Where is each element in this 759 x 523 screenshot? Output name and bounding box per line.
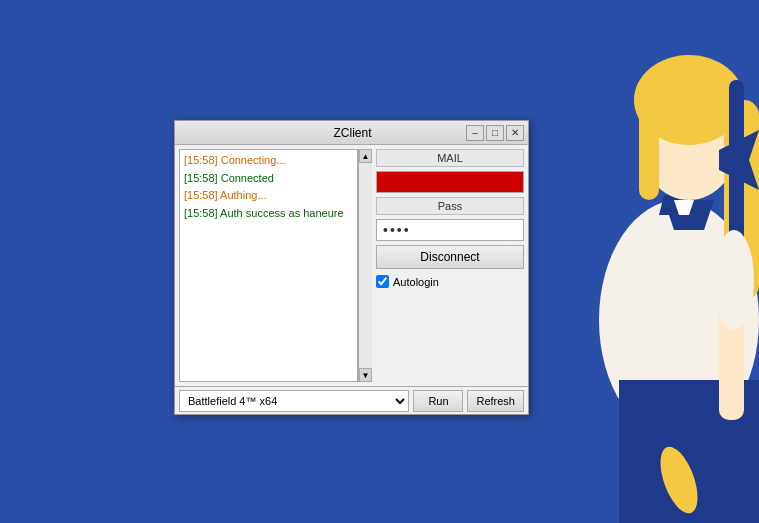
svg-rect-1 <box>619 380 759 523</box>
svg-point-3 <box>639 80 739 200</box>
run-button[interactable]: Run <box>413 390 463 412</box>
svg-point-12 <box>653 442 705 518</box>
svg-rect-7 <box>729 80 744 260</box>
log-scrollbar[interactable]: ▲ ▼ <box>358 149 372 382</box>
bottom-bar: Battlefield 4™ x64 Run Refresh <box>175 386 528 414</box>
autologin-row: Autologin <box>376 273 524 290</box>
log-line-1: [15:58] Connecting... <box>184 152 353 170</box>
scroll-down-button[interactable]: ▼ <box>359 368 372 382</box>
mail-input-redacted[interactable] <box>376 171 524 193</box>
svg-point-13 <box>614 240 654 340</box>
log-line-4: [15:58] Auth success as haneure <box>184 205 353 223</box>
main-window: ZClient – □ ✕ [15:58] Connecting... [15:… <box>174 120 529 415</box>
svg-marker-2 <box>659 195 699 215</box>
disconnect-button[interactable]: Disconnect <box>376 245 524 269</box>
window-title: ZClient <box>239 126 466 140</box>
svg-marker-10 <box>719 130 759 190</box>
svg-rect-6 <box>639 100 659 200</box>
svg-rect-11 <box>719 300 744 420</box>
svg-rect-5 <box>724 100 759 300</box>
log-line-2: [15:58] Connected <box>184 170 353 188</box>
log-line-3: [15:58] Authing... <box>184 187 353 205</box>
scroll-up-button[interactable]: ▲ <box>359 149 372 163</box>
log-panel: [15:58] Connecting... [15:58] Connected … <box>179 149 358 382</box>
window-content: [15:58] Connecting... [15:58] Connected … <box>175 145 528 386</box>
title-bar: ZClient – □ ✕ <box>175 121 528 145</box>
mail-label: MAIL <box>376 149 524 167</box>
close-button[interactable]: ✕ <box>506 125 524 141</box>
svg-marker-8 <box>664 200 714 230</box>
scroll-track <box>359 163 372 368</box>
password-input[interactable]: •••• <box>376 219 524 241</box>
window-buttons: – □ ✕ <box>466 125 524 141</box>
maximize-button[interactable]: □ <box>486 125 504 141</box>
svg-point-14 <box>714 230 754 330</box>
right-panel: MAIL Pass •••• Disconnect Autologin <box>376 149 524 382</box>
refresh-button[interactable]: Refresh <box>467 390 524 412</box>
svg-point-4 <box>634 55 744 145</box>
autologin-checkbox[interactable] <box>376 275 389 288</box>
pass-label: Pass <box>376 197 524 215</box>
autologin-label: Autologin <box>393 276 439 288</box>
svg-point-0 <box>599 200 759 440</box>
svg-marker-9 <box>674 200 694 215</box>
game-select[interactable]: Battlefield 4™ x64 <box>179 390 409 412</box>
minimize-button[interactable]: – <box>466 125 484 141</box>
